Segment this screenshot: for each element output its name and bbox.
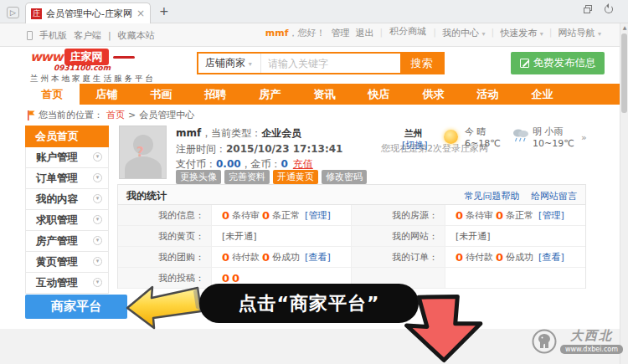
favorite-link[interactable]: 收藏本站 <box>118 29 155 42</box>
manage-link[interactable]: [管理] <box>538 209 564 222</box>
stat-value: 0条待审 0条正常 [管理] <box>445 205 585 225</box>
manage-link[interactable]: 管理 <box>332 27 350 39</box>
nav-item-shops[interactable]: 店铺 <box>80 84 134 105</box>
sidebar-item-realestate[interactable]: 房产管理▾ <box>25 231 109 252</box>
undo-icon[interactable] <box>605 5 613 13</box>
sidebar-toggle-icon[interactable]: ▷ <box>7 7 19 18</box>
scrollbar-thumb[interactable] <box>621 33 627 113</box>
sidebar-item-job[interactable]: 求职管理▾ <box>25 210 109 231</box>
nav-item-home[interactable]: 首页 <box>25 84 80 105</box>
chevron-down-icon: ▾ <box>93 257 102 266</box>
stat-value: [未开通] <box>212 226 352 246</box>
scrollbar[interactable]: ▲ <box>620 23 628 364</box>
nav-item-quickshop[interactable]: 快店 <box>352 84 406 105</box>
divider: | <box>433 27 436 38</box>
main-nav: 首页 店铺 书画 招聘 房产 资讯 快店 供求 活动 企业 <box>25 84 620 105</box>
city-switch-link[interactable]: [切换] <box>402 139 428 151</box>
weather-today: 今 晴6~18℃ <box>465 126 501 150</box>
search-input[interactable] <box>261 54 400 73</box>
pay-coin-value: 0.00 <box>216 158 241 170</box>
free-publish-label: 免费发布信息 <box>533 56 596 70</box>
merchant-platform-button[interactable]: 商家平台 <box>25 295 127 319</box>
tab-close-icon[interactable]: × <box>136 8 145 19</box>
divider: | <box>108 30 111 41</box>
points-mall-link[interactable]: 积分商城 <box>389 27 427 36</box>
tab-title: 会员管理中心-庄家网 <box>46 8 132 20</box>
nav-item-art[interactable]: 书画 <box>134 84 188 105</box>
view-link[interactable]: [查看] <box>305 251 331 264</box>
recharge-link[interactable]: 充值 <box>293 158 313 170</box>
stats-row-info: 我的信息： 0条待审 0条正常 [管理] 我的房源： 0条待审 0条正常 [管理… <box>118 205 585 226</box>
watermark-name: 大西北 <box>570 328 613 344</box>
divider: | <box>492 27 495 38</box>
paint-roller-icon <box>113 56 135 59</box>
nav-item-news[interactable]: 资讯 <box>297 84 352 105</box>
avatar-placeholder-mark: ? <box>136 145 144 160</box>
my-center-menu[interactable]: 我的中心 ▾ <box>442 27 486 39</box>
weather-tomorrow: 明 小雨10~19℃ <box>533 126 574 150</box>
sun-icon <box>444 130 458 144</box>
restore-window-icon[interactable] <box>584 5 593 14</box>
stat-value <box>445 268 585 288</box>
logo-name: 庄家网 <box>64 49 109 65</box>
browser-tab[interactable]: 庄 会员管理中心-庄家网 × <box>25 3 151 23</box>
quick-post-menu[interactable]: 快速发布 ▾ <box>500 27 543 39</box>
weather-more-link[interactable]: » <box>581 132 587 143</box>
stat-label: 我的房源： <box>352 205 445 225</box>
sidebar-item-account[interactable]: 账户管理▾ <box>25 147 109 168</box>
site-header: www 庄家网 0931100.com 兰州本地家庭生活服务平台 店铺商家 ▾ … <box>0 47 620 84</box>
open-yellowpage-button[interactable]: 开通黄页 <box>273 170 318 184</box>
sidebar-item-content[interactable]: 我的内容▾ <box>25 189 109 210</box>
change-avatar-button[interactable]: 更换头像 <box>176 170 221 184</box>
username: mmf <box>265 28 289 38</box>
search-category-select[interactable]: 店铺商家 ▾ <box>198 54 261 73</box>
profile-actions: 更换头像 完善资料 开通黄页 修改密码 <box>176 170 367 184</box>
avatar[interactable]: ? <box>119 126 167 179</box>
nav-item-realestate[interactable]: 房产 <box>243 84 297 105</box>
chevron-down-icon: ▾ <box>93 215 102 224</box>
page-background <box>0 329 620 364</box>
stats-row-groupbuy: 我的团购： 0待付款 0份成功 [查看] 我的订单： 0待付款 0份成功 [查看… <box>118 247 585 268</box>
breadcrumb-separator: > <box>128 110 136 120</box>
site-nav-menu[interactable]: 网站导航 ▾ <box>558 27 601 39</box>
site-message-link[interactable]: 给网站留言 <box>531 191 577 202</box>
watermark-url: www.dxbei.com <box>560 345 623 354</box>
rain-icon <box>512 128 530 143</box>
faq-help-link[interactable]: 常见问题帮助 <box>465 191 520 202</box>
sidebar-item-yellowpage[interactable]: 黄页管理▾ <box>25 252 109 273</box>
nav-item-enterprise[interactable]: 企业 <box>515 84 569 105</box>
free-publish-button[interactable]: 免费发布信息 <box>511 52 605 74</box>
nav-item-supply[interactable]: 供求 <box>406 84 461 105</box>
watermark: 大西北 www.dxbei.com <box>532 328 623 354</box>
chevron-down-icon: ▾ <box>482 30 486 38</box>
complete-info-button[interactable]: 完善资料 <box>224 170 270 184</box>
nav-item-jobs[interactable]: 招聘 <box>188 84 243 105</box>
breadcrumb-home-link[interactable]: 首页 <box>106 109 125 121</box>
logo-phone: 0931100.com <box>54 64 156 72</box>
nav-item-activities[interactable]: 活动 <box>461 84 515 105</box>
logout-link[interactable]: 退出 <box>356 27 374 39</box>
scroll-up-icon[interactable]: ▲ <box>621 24 628 30</box>
stat-label: 我的信息： <box>118 205 212 225</box>
browser-window: ▷ 庄 会员管理中心-庄家网 × + 手机版 客户端 | 收藏本站 mmf，您好… <box>0 0 628 364</box>
username: mmf <box>176 127 201 139</box>
member-type-line: mmf，当前类型：企业会员 <box>176 126 301 141</box>
sidebar-item-member-home[interactable]: 会员首页 <box>25 126 109 147</box>
stats-title: 我的统计 <box>126 189 167 203</box>
red-arrow-down-icon <box>399 290 494 364</box>
mobile-version-link[interactable]: 手机版 <box>39 29 67 42</box>
my-statistics-panel: 我的统计 常见问题帮助 给网站留言 我的信息： 0条待审 0条正常 [管理] 我… <box>117 184 586 289</box>
stat-value: [未开通] <box>445 226 585 246</box>
sidebar-item-interaction[interactable]: 互动管理▾ <box>25 273 109 294</box>
mobile-icon <box>27 31 33 40</box>
search-button[interactable]: 搜索 <box>400 54 443 73</box>
new-tab-button[interactable]: + <box>159 4 169 18</box>
client-link[interactable]: 客户端 <box>74 29 101 42</box>
manage-link[interactable]: [管理] <box>305 209 331 222</box>
change-password-button[interactable]: 修改密码 <box>322 170 367 184</box>
view-link[interactable]: [查看] <box>538 251 564 264</box>
flag-icon <box>27 110 35 120</box>
stat-value: 0待付款 0份成功 [查看] <box>445 247 585 267</box>
sidebar-item-orders[interactable]: 订单管理▾ <box>25 168 109 189</box>
site-logo[interactable]: www 庄家网 0931100.com 兰州本地家庭生活服务平台 <box>30 49 156 85</box>
